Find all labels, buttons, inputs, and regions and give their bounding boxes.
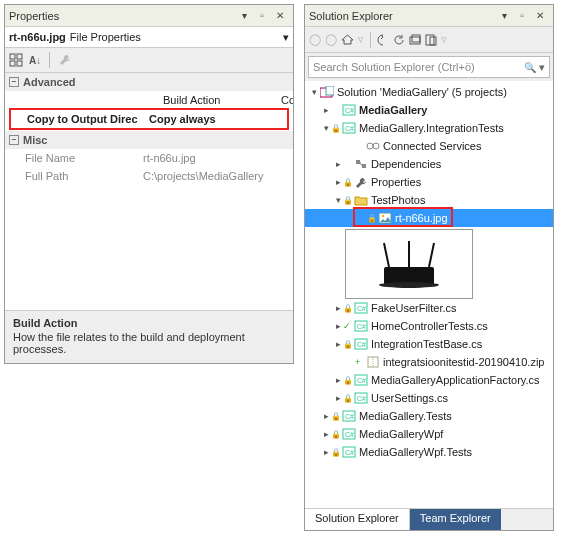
pin-icon[interactable]: ▫ — [513, 8, 531, 24]
cs-icon: C# — [353, 319, 369, 333]
tree-item[interactable]: Connected Services — [305, 137, 553, 155]
more-icon[interactable]: ▿ — [441, 33, 447, 46]
image-icon — [377, 211, 393, 225]
tree-item[interactable]: ▸C#MediaGallery — [305, 101, 553, 119]
alpha-sort-icon[interactable]: A↓ — [29, 55, 41, 66]
lock-icon: 🔒 — [343, 394, 353, 403]
tree-item[interactable]: +integratsioonitestid-20190410.zip — [305, 353, 553, 371]
expand-icon[interactable]: ▸ — [333, 393, 343, 403]
expand-icon[interactable]: ▸ — [333, 303, 343, 313]
prop-full-path[interactable]: Full Path C:\projects\MediaGallery — [5, 167, 293, 185]
prop-copy-output[interactable]: Copy to Output Direc Copy always — [11, 110, 287, 128]
property-description: Build Action How the file relates to the… — [5, 310, 293, 363]
prop-build-action[interactable]: Build Action Content — [5, 91, 293, 109]
lock-icon: 🔒 — [331, 412, 341, 421]
dropdown-icon[interactable]: ▾ — [235, 8, 253, 24]
svg-text:C#: C# — [357, 341, 366, 348]
categorize-icon[interactable] — [9, 53, 23, 67]
tree-item-label: FakeUserFilter.cs — [371, 302, 457, 314]
chevron-down-icon[interactable]: ▾ — [283, 31, 289, 44]
expand-icon[interactable]: ▸ — [321, 447, 331, 457]
search-input[interactable]: Search Solution Explorer (Ctrl+ö) 🔍 ▾ — [308, 56, 550, 78]
tree-item[interactable]: ▾🔒C#MediaGallery.IntegrationTests — [305, 119, 553, 137]
cs-icon: C# — [353, 337, 369, 351]
svg-text:C#: C# — [357, 305, 366, 312]
tree-item[interactable]: ▸🔒C#UserSettings.cs — [305, 389, 553, 407]
show-all-icon[interactable] — [425, 34, 437, 46]
expand-icon[interactable]: ▸ — [333, 159, 343, 169]
expand-icon[interactable]: ▸ — [333, 177, 343, 187]
tree-item[interactable]: ▸🔒C#IntegrationTestBase.cs — [305, 335, 553, 353]
wrench-icon — [353, 175, 369, 189]
csproj-icon: C# — [341, 427, 357, 441]
home-icon[interactable] — [341, 33, 354, 46]
tree-item[interactable]: ▾🔒TestPhotos — [305, 191, 553, 209]
tab-solution-explorer[interactable]: Solution Explorer — [305, 509, 410, 530]
category-advanced[interactable]: − Advanced — [5, 73, 293, 91]
solution-root[interactable]: ▾ Solution 'MediaGallery' (5 projects) — [305, 83, 553, 101]
tree-item[interactable]: ▸Dependencies — [305, 155, 553, 173]
tree-item-label: IntegrationTestBase.cs — [371, 338, 482, 350]
tree-item[interactable]: ▸✓C#HomeControllerTests.cs — [305, 317, 553, 335]
tree-item[interactable]: ▸🔒C#MediaGallery.Tests — [305, 407, 553, 425]
category-misc[interactable]: − Misc — [5, 131, 293, 149]
close-icon[interactable]: ✕ — [271, 8, 289, 24]
se-titlebar[interactable]: Solution Explorer ▾ ▫ ✕ — [305, 5, 553, 27]
tree-item-selected[interactable]: 🔒rt-n66u.jpg — [305, 209, 553, 227]
svg-rect-9 — [326, 86, 334, 95]
collapse-all-icon[interactable] — [409, 34, 421, 46]
search-icon[interactable]: 🔍 — [524, 62, 536, 73]
prop-file-name[interactable]: File Name rt-n66u.jpg — [5, 149, 293, 167]
svg-rect-3 — [17, 61, 22, 66]
expand-icon[interactable]: ▸ — [321, 429, 331, 439]
dropdown-icon[interactable]: ▾ — [495, 8, 513, 24]
wrench-icon[interactable] — [58, 53, 72, 67]
forward-icon[interactable]: ◯ — [325, 33, 337, 46]
expand-icon[interactable]: ▾ — [333, 195, 343, 205]
tree-item-label: UserSettings.cs — [371, 392, 448, 404]
check-icon: ✓ — [343, 321, 353, 331]
pin-icon[interactable]: ▫ — [253, 8, 271, 24]
expand-icon[interactable]: ▸ — [321, 411, 331, 421]
properties-titlebar[interactable]: Properties ▾ ▫ ✕ — [5, 5, 293, 27]
tree-item-label: Properties — [371, 176, 421, 188]
svg-point-44 — [379, 282, 439, 288]
refresh-icon[interactable] — [393, 34, 405, 46]
tree-item-label: MediaGallery.IntegrationTests — [359, 122, 504, 134]
collapse-icon[interactable]: − — [9, 135, 19, 145]
close-icon[interactable]: ✕ — [531, 8, 549, 24]
expand-icon[interactable]: ▸ — [333, 339, 343, 349]
lock-icon: 🔒 — [367, 214, 377, 223]
tree-item[interactable]: ▸🔒Properties — [305, 173, 553, 191]
solution-tree[interactable]: ▾ Solution 'MediaGallery' (5 projects) ▸… — [305, 81, 553, 508]
svg-rect-1 — [17, 54, 22, 59]
solution-icon — [319, 85, 335, 99]
svg-line-45 — [384, 243, 389, 267]
tree-item-label: MediaGalleryWpf.Tests — [359, 446, 472, 458]
lock-icon: 🔒 — [343, 304, 353, 313]
svg-text:C#: C# — [357, 395, 366, 402]
tree-item[interactable]: ▸🔒C#MediaGalleryWpf — [305, 425, 553, 443]
tab-team-explorer[interactable]: Team Explorer — [410, 509, 501, 530]
tree-item-label: rt-n66u.jpg — [395, 212, 448, 224]
expand-icon[interactable]: ▸ — [333, 321, 343, 331]
tree-item-label: MediaGallery — [359, 104, 427, 116]
selected-file-type: File Properties — [70, 31, 141, 43]
expand-icon[interactable]: ▾ — [309, 87, 319, 97]
expand-icon[interactable]: ▸ — [333, 375, 343, 385]
chevron-down-icon[interactable]: ▾ — [539, 61, 545, 74]
tree-item[interactable]: ▸🔒C#MediaGalleryApplicationFactory.cs — [305, 371, 553, 389]
csproj-icon: C# — [341, 103, 357, 117]
lock-icon: 🔒 — [343, 178, 353, 187]
sync-icon[interactable] — [377, 34, 389, 46]
csproj-icon: C# — [341, 409, 357, 423]
tree-item[interactable]: ▸🔒C#FakeUserFilter.cs — [305, 299, 553, 317]
tree-item-label: integratsioonitestid-20190410.zip — [383, 356, 544, 368]
properties-subheader[interactable]: rt-n66u.jpg File Properties ▾ — [5, 27, 293, 48]
dropdown-icon[interactable]: ▿ — [358, 33, 364, 46]
back-icon[interactable]: ◯ — [309, 33, 321, 46]
expand-icon[interactable]: ▾ — [321, 123, 331, 133]
tree-item[interactable]: ▸🔒C#MediaGalleryWpf.Tests — [305, 443, 553, 461]
collapse-icon[interactable]: − — [9, 77, 19, 87]
expand-icon[interactable]: ▸ — [321, 105, 331, 115]
